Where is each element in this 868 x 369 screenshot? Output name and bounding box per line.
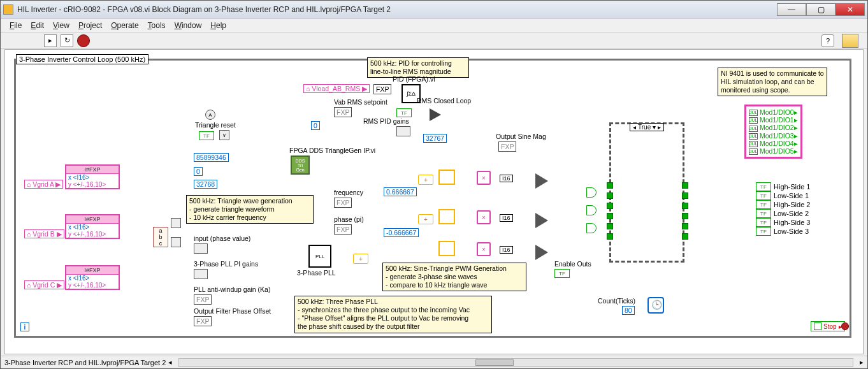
title-bar[interactable]: HIL Inverter - cRIO-9082 - FPGA v08.vi B… bbox=[1, 1, 867, 18]
case-selector[interactable]: ◂ True ▾ ▸ bbox=[630, 123, 664, 131]
diagram-canvas[interactable]: 3-Phase Inverter Control Loop (500 kHz) … bbox=[4, 49, 864, 354]
phase-b-const[interactable]: -0.666667 bbox=[384, 228, 419, 237]
sat-const[interactable]: 32767 bbox=[423, 134, 447, 143]
vgrid-c-cluster[interactable]: I#FXP x <I16> y <+/-,16,10> bbox=[65, 265, 120, 290]
pll-ka-control[interactable]: FXP bbox=[194, 294, 212, 305]
fxp-tunnel-icon-2 bbox=[171, 237, 181, 247]
vi-icon[interactable] bbox=[842, 34, 858, 48]
i16-c: I16 bbox=[500, 246, 513, 254]
h-scrollbar[interactable] bbox=[178, 358, 853, 367]
close-button[interactable]: ✕ bbox=[835, 3, 865, 16]
dio-4: JULMod1/DIO4▸ bbox=[749, 140, 798, 147]
tunnel-in-4 bbox=[607, 213, 613, 219]
menu-tools[interactable]: Tools bbox=[148, 21, 166, 30]
wait-subvi[interactable] bbox=[647, 297, 664, 314]
run-button[interactable] bbox=[44, 34, 57, 47]
ticks-const[interactable]: 80 bbox=[622, 306, 635, 315]
run-continuous-button[interactable] bbox=[61, 34, 73, 47]
menu-window[interactable]: Window bbox=[175, 21, 202, 30]
first-call-icon: A bbox=[205, 110, 215, 120]
dds-const-3[interactable]: 32768 bbox=[194, 180, 217, 189]
minimize-button[interactable]: — bbox=[777, 3, 806, 16]
vab-sp-control[interactable]: FXP bbox=[334, 107, 352, 117]
pll-subvi[interactable]: PLL bbox=[308, 245, 331, 268]
dds-subvi[interactable]: DDSTriGen bbox=[291, 156, 310, 175]
tunnel-out-2 bbox=[682, 192, 688, 199]
mul-b: × bbox=[477, 210, 491, 224]
sine-c-subvi[interactable] bbox=[438, 241, 455, 256]
closed-loop-label: RMS Closed Loop bbox=[417, 97, 471, 105]
enable-outs-control[interactable] bbox=[554, 269, 570, 278]
tunnel-in-1 bbox=[607, 182, 613, 189]
menu-view[interactable]: View bbox=[53, 21, 69, 30]
toolbar: ? bbox=[1, 33, 867, 49]
enable-outs-label: Enable Outs bbox=[554, 260, 591, 268]
phase-a-const[interactable]: 0.666667 bbox=[384, 187, 417, 196]
pll-offset-label: Output Filter Phase Offset bbox=[194, 307, 271, 315]
mul-c: × bbox=[477, 242, 491, 256]
vab-sp-label: Vab RMS setpoint bbox=[334, 98, 387, 106]
menu-bar: File Edit View Project Operate Tools Win… bbox=[1, 18, 867, 33]
dio-3: JULMod1/DIO3▸ bbox=[749, 132, 798, 140]
bundle-node: a b c bbox=[153, 227, 168, 247]
pll-note: 500 kHz: Three Phase PLL - synchronizes … bbox=[294, 296, 492, 333]
ni-note: NI 9401 is used to communicate to HIL si… bbox=[718, 68, 827, 96]
menu-edit[interactable]: Edit bbox=[31, 21, 44, 30]
pll-input-label: input (phase value) bbox=[194, 235, 250, 242]
vgrid-c-link[interactable]: Vgrid C bbox=[24, 280, 64, 289]
or-icon: ∨ bbox=[219, 130, 229, 140]
dio-node[interactable]: JULMod1/DIO0▸ JULMod1/DIO1▸ JULMod1/DIO2… bbox=[744, 105, 802, 159]
cmp-b bbox=[537, 214, 548, 227]
dio-2: JULMod1/DIO2▸ bbox=[749, 124, 798, 131]
menu-help[interactable]: Help bbox=[210, 21, 226, 30]
pid-zero-const[interactable]: 0 bbox=[311, 121, 320, 130]
loop-condition-icon[interactable] bbox=[841, 322, 849, 330]
dds-const-2[interactable]: 0 bbox=[194, 167, 203, 176]
help-button[interactable]: ? bbox=[821, 34, 834, 47]
vgrid-a-link[interactable]: Vgrid A bbox=[24, 180, 63, 189]
dds-const-1[interactable]: 85899346 bbox=[194, 153, 229, 162]
pll-gains-label: 3-Phase PLL PI gains bbox=[194, 260, 258, 268]
dio-0: JULMod1/DIO0▸ bbox=[749, 108, 798, 116]
sine-b-subvi[interactable] bbox=[438, 209, 455, 224]
side-indicators: High-Side 1 Low-Side 1 High-Side 2 Low-S… bbox=[756, 182, 810, 236]
tunnel-in-2 bbox=[607, 192, 613, 199]
i16-a: I16 bbox=[500, 175, 513, 182]
menu-operate[interactable]: Operate bbox=[111, 21, 138, 30]
tunnel-in-3 bbox=[607, 203, 613, 209]
pid-subvi-label: PID (FPGA).vi bbox=[393, 75, 435, 83]
triangle-reset-label: Triangle reset bbox=[195, 121, 236, 129]
tunnel-out-4 bbox=[682, 213, 688, 219]
dio-1: JULMod1/DIO1▸ bbox=[749, 116, 798, 124]
tunnel-out-1 bbox=[682, 182, 688, 189]
sine-a-subvi[interactable] bbox=[438, 170, 455, 185]
triangle-reset-control[interactable] bbox=[199, 131, 214, 140]
high3-tf bbox=[756, 218, 771, 227]
app-window: HIL Inverter - cRIO-9082 - FPGA v08.vi B… bbox=[0, 0, 868, 369]
loop-label: 3-Phase Inverter Control Loop (500 kHz) bbox=[16, 54, 148, 64]
pll-offset-control[interactable]: FXP bbox=[194, 316, 212, 326]
freq-label: frequency bbox=[334, 189, 363, 196]
vgrid-a-cluster[interactable]: I#FXP x <I16> y <+/-,16,10> bbox=[65, 164, 120, 189]
freq-indicator: FXP bbox=[334, 198, 352, 208]
pid-gains-terminal[interactable] bbox=[396, 126, 410, 136]
abort-button[interactable] bbox=[77, 34, 90, 47]
vload-link[interactable]: Vload_AB_RMS bbox=[303, 84, 370, 93]
case-structure[interactable]: ◂ True ▾ ▸ bbox=[609, 122, 684, 263]
tunnel-in-5 bbox=[607, 223, 613, 229]
vload-fxp: FXP bbox=[373, 84, 391, 94]
pll-gains-terminal[interactable] bbox=[194, 269, 208, 279]
vgrid-b-link[interactable]: Vgrid B bbox=[24, 229, 64, 238]
menu-file[interactable]: File bbox=[10, 21, 22, 30]
sine-mag-label: Output Sine Mag bbox=[496, 133, 546, 140]
low2-tf bbox=[756, 209, 771, 218]
maximize-button[interactable]: ▢ bbox=[806, 3, 835, 16]
triangle-note: 500 kHz: Triangle wave generation - gene… bbox=[186, 195, 314, 224]
ticks-label: Count(Ticks) bbox=[598, 297, 635, 305]
menu-project[interactable]: Project bbox=[78, 21, 102, 30]
phase-indicator: FXP bbox=[334, 224, 352, 235]
cmp-c bbox=[537, 246, 548, 259]
vgrid-b-cluster[interactable]: I#FXP x <I16> y <+/-,16,10> bbox=[65, 214, 120, 239]
stop-button[interactable]: Stop▸ bbox=[811, 321, 845, 331]
app-icon bbox=[3, 4, 13, 15]
